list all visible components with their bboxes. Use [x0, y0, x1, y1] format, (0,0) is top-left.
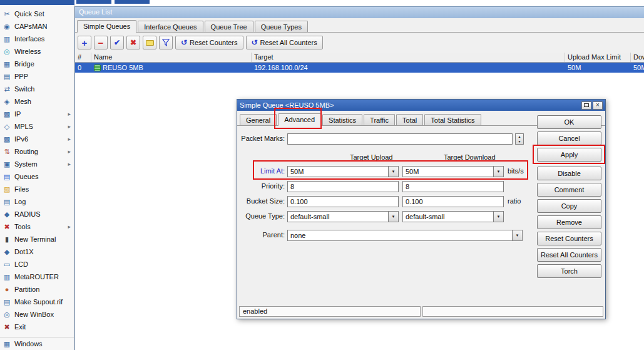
spinner-down-icon[interactable]: ▼	[516, 139, 523, 144]
limit-at-download-field[interactable]: 50M	[402, 166, 494, 177]
column-header-number[interactable]: #	[75, 53, 91, 62]
new-winbox-menu-item[interactable]: ◎ New WinBox	[0, 308, 74, 321]
close-button[interactable]: ×	[593, 101, 603, 110]
add-button[interactable]: +	[78, 36, 91, 49]
dot1x-menu-item[interactable]: ◆ Dot1X	[0, 245, 74, 258]
queue-type-upload-field[interactable]: default-small	[287, 211, 389, 222]
reset-all-counters-button[interactable]: Reset All Counters	[537, 248, 601, 262]
comment-button[interactable]: Comment	[537, 183, 601, 197]
metarouter-menu-item[interactable]: ▥ MetaROUTER	[0, 270, 74, 283]
disable-button[interactable]: ✖	[126, 36, 140, 49]
plus-icon: +	[82, 38, 88, 48]
capsman-menu-item[interactable]: ◉ CAPsMAN	[0, 20, 74, 33]
sidebar-item-label: New Terminal	[14, 235, 68, 243]
dialog-titlebar[interactable]: Simple Queue <REUSO 5MB> ×	[237, 100, 605, 111]
sidebar-item-label: IPv6	[14, 135, 64, 143]
ppp-menu-item[interactable]: ▤ PPP	[0, 70, 74, 83]
tools-menu-item[interactable]: ✖ Tools ▸	[0, 220, 74, 233]
sidebar-item-icon: ▤	[3, 198, 11, 206]
sidebar-item-icon: ⇅	[3, 148, 11, 156]
ip-menu-item[interactable]: ▩ IP ▸	[0, 108, 74, 120]
limit-at-download-dropdown[interactable]: ▼	[494, 166, 504, 177]
sidebar-item-label: Interfaces	[14, 35, 68, 43]
limit-at-upload-field[interactable]: 50M	[287, 166, 389, 177]
lcd-menu-item[interactable]: ▭ LCD	[0, 258, 74, 270]
wireless-menu-item[interactable]: ◎ Wireless	[0, 45, 74, 58]
queue-icon	[94, 64, 101, 71]
parent-field[interactable]: none	[287, 230, 513, 241]
queue-type-download-field[interactable]: default-small	[402, 211, 494, 222]
column-header-target[interactable]: Target	[252, 53, 565, 62]
priority-download-field[interactable]: 8	[402, 181, 504, 192]
quick-set-menu-item[interactable]: ✂ Quick Set	[0, 8, 74, 20]
bridge-menu-item[interactable]: ▦ Bridge	[0, 58, 74, 70]
reset-counters-button[interactable]: Reset Counters	[537, 232, 601, 245]
switch-menu-item[interactable]: ⇄ Switch	[0, 83, 74, 95]
routing-menu-item[interactable]: ⇅ Routing ▸	[0, 145, 74, 158]
filter-button[interactable]	[159, 36, 173, 49]
apply-button[interactable]: Apply	[537, 148, 601, 162]
queue-type-download-dropdown[interactable]: ▼	[494, 211, 504, 222]
new-terminal-menu-item[interactable]: ▮ New Terminal	[0, 233, 74, 245]
mesh-menu-item[interactable]: ◈ Mesh	[0, 95, 74, 108]
system-menu-item[interactable]: ▣ System ▸	[0, 158, 74, 170]
queues-menu-item[interactable]: ▤ Queues	[0, 170, 74, 183]
log-menu-item[interactable]: ▤ Log	[0, 195, 74, 208]
reset-counters-button[interactable]: ↺ Reset Counters	[175, 36, 243, 49]
bucket-size-upload-field[interactable]: 0.100	[287, 196, 399, 207]
general-tab[interactable]: General	[240, 114, 277, 125]
advanced-tab[interactable]: Advanced	[278, 113, 321, 126]
comment-icon	[146, 40, 154, 46]
total-statistics-tab[interactable]: Total Statistics	[424, 114, 481, 125]
statistics-tab[interactable]: Statistics	[322, 114, 362, 125]
enable-button[interactable]: ✔	[110, 36, 124, 49]
sidebar-item-label: LCD	[14, 260, 68, 268]
limit-at-upload-dropdown[interactable]: ▼	[389, 166, 399, 177]
sidebar-menu: ✂ Quick Set ◉ CAPsMAN ▥ Interfaces ◎ Wir…	[0, 8, 74, 333]
queue-types-tab[interactable]: Queue Types	[255, 21, 308, 32]
column-header-name[interactable]: Name	[91, 53, 252, 62]
interface-queues-tab[interactable]: Interface Queues	[138, 21, 203, 32]
reset-all-counters-label: Reset All Counters	[260, 39, 317, 46]
copy-button[interactable]: Copy	[537, 199, 601, 213]
reset-all-counters-button[interactable]: ↺ Reset All Counters	[246, 36, 323, 49]
queue-list-titlebar[interactable]: Queue List	[75, 7, 644, 18]
queue-row-selected[interactable]: 0 REUSO 5MB 192.168.100.0/24 50M 50M	[75, 63, 644, 73]
remove-button[interactable]: −	[94, 36, 108, 49]
ok-button[interactable]: OK	[537, 115, 601, 129]
comment-button[interactable]	[143, 36, 156, 49]
row-download-max-limit: 50M	[631, 63, 644, 73]
sidebar-item-label: MPLS	[14, 123, 64, 130]
queue-tree-tab[interactable]: Queue Tree	[205, 21, 253, 32]
traffic-tab[interactable]: Traffic	[364, 114, 395, 125]
files-menu-item[interactable]: ▨ Files	[0, 183, 74, 195]
cancel-button[interactable]: Cancel	[537, 131, 601, 145]
ipv6-menu-item[interactable]: ▩ IPv6 ▸	[0, 133, 74, 145]
tab-label: General	[246, 116, 270, 124]
queue-type-upload-dropdown[interactable]: ▼	[389, 211, 399, 222]
remove-button[interactable]: Remove	[537, 215, 601, 229]
total-tab[interactable]: Total	[396, 114, 423, 125]
make-supout-rif-menu-item[interactable]: ▤ Make Supout.rif	[0, 296, 74, 308]
spinner-up-icon[interactable]: ▲	[516, 134, 523, 139]
simple-queues-tab[interactable]: Simple Queues	[77, 20, 136, 33]
torch-button[interactable]: Torch	[537, 264, 601, 278]
windows-menu-item[interactable]: ▦ Windows	[0, 337, 74, 350]
restore-button[interactable]	[581, 101, 591, 110]
packet-marks-field[interactable]	[287, 133, 513, 145]
parent-dropdown[interactable]: ▼	[513, 230, 523, 241]
column-header-download-max-limit[interactable]: Dow	[631, 53, 644, 62]
priority-upload-field[interactable]: 8	[287, 181, 399, 192]
disable-button[interactable]: Disable	[537, 167, 601, 180]
partition-menu-item[interactable]: ● Partition	[0, 283, 74, 296]
sidebar-item-label: New WinBox	[14, 311, 68, 318]
column-header-upload-max-limit[interactable]: Upload Max Limit	[565, 53, 631, 62]
dropdown-icon: ▼	[497, 170, 501, 173]
exit-menu-item[interactable]: ✖ Exit	[0, 321, 74, 333]
packet-marks-spinner[interactable]: ▲ ▼	[515, 133, 524, 145]
radius-menu-item[interactable]: ◆ RADIUS	[0, 208, 74, 220]
mpls-menu-item[interactable]: ◇ MPLS ▸	[0, 120, 74, 133]
bucket-size-download-field[interactable]: 0.100	[402, 196, 504, 207]
tab-label: Queue Tree	[211, 23, 247, 31]
interfaces-menu-item[interactable]: ▥ Interfaces	[0, 33, 74, 45]
